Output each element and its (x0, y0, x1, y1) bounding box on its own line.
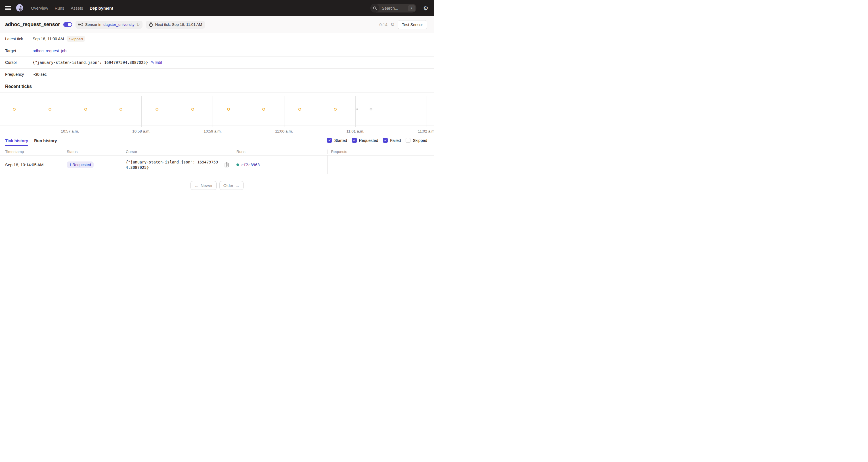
sensor-header: adhoc_request_sensor Sensor in dagster_u… (0, 16, 434, 33)
tick-history-table: Timestamp Status Cursor Runs Requests Se… (0, 148, 434, 174)
tick-timestamp: Sep 18, 10:14:05 AM (0, 155, 63, 174)
menu-icon[interactable] (5, 6, 11, 10)
dagster-logo-icon[interactable] (15, 4, 24, 12)
nav-item-overview[interactable]: Overview (31, 6, 48, 10)
detail-label: Cursor (0, 57, 29, 68)
recent-ticks-title: Recent ticks (0, 80, 434, 90)
filter-failed[interactable]: ✓Failed (383, 138, 401, 143)
filter-requested[interactable]: ✓Requested (352, 138, 378, 143)
detail-row-cursor: Cursor {"january-staten-island.json": 16… (0, 57, 434, 69)
pagination: ← Newer Older → (0, 181, 434, 190)
column-header-runs: Runs (233, 150, 327, 154)
checked-checkbox-icon[interactable]: ✓ (352, 138, 357, 143)
refresh-countdown: 0:14 (379, 23, 388, 27)
timeline-axis-label: 11:01 a.m. (347, 129, 365, 133)
older-button[interactable]: Older → (219, 181, 244, 190)
detail-row-target: Target adhoc_request_job (0, 45, 434, 57)
newer-button[interactable]: ← Newer (190, 181, 216, 190)
reload-location-icon[interactable]: ↻ (136, 23, 140, 27)
next-tick-marker (370, 108, 372, 111)
timeline-gridline (70, 96, 70, 127)
filter-label: Skipped (413, 138, 427, 143)
tick-marker-skipped[interactable] (120, 108, 122, 111)
filter-started[interactable]: ✓Started (327, 138, 347, 143)
tick-marker-skipped[interactable] (298, 108, 301, 111)
timeline-now-marker (356, 109, 358, 110)
tick-marker-skipped[interactable] (227, 108, 230, 111)
next-tick-chip: Next tick: Sep 18, 11:01 AM (146, 21, 205, 29)
history-bar: Tick history Run history ✓Started✓Reques… (0, 133, 434, 146)
tick-marker-skipped[interactable] (13, 108, 16, 111)
timeline-axis-label: 11:00 a.m. (275, 129, 293, 133)
target-job-link[interactable]: adhoc_request_job (33, 49, 66, 53)
run-status-dot (237, 163, 239, 166)
tick-marker-skipped[interactable] (156, 108, 158, 111)
checked-checkbox-icon[interactable]: ✓ (383, 138, 388, 143)
tick-cursor-value: {"january-staten-island.json": 169479759… (126, 159, 219, 170)
search-input[interactable] (382, 6, 404, 10)
sensor-icon (78, 23, 83, 26)
timeline-midline (0, 109, 357, 109)
tick-marker-skipped[interactable] (84, 108, 87, 111)
refresh-icon[interactable]: ↻ (391, 22, 395, 27)
latest-tick-time: Sep 18, 11:00 AM (33, 37, 64, 41)
arrow-left-icon: ← (194, 183, 199, 188)
search-shortcut-key: / (408, 5, 415, 11)
detail-label: Target (0, 45, 29, 57)
tick-marker-skipped[interactable] (191, 108, 194, 111)
search-bar[interactable]: / (370, 4, 416, 12)
timeline-axis (0, 125, 434, 125)
detail-label: Latest tick (0, 33, 29, 45)
nav-item-assets[interactable]: Assets (71, 6, 83, 10)
test-sensor-button[interactable]: Test Sensor (398, 20, 427, 29)
unchecked-checkbox-icon[interactable] (406, 138, 410, 143)
detail-label: Frequency (0, 69, 29, 80)
cursor-value: {"january-staten-island.json": 169479759… (33, 60, 148, 65)
table-row: Sep 18, 10:14:05 AM 1 Requested {"januar… (0, 155, 434, 174)
tab-tick-history[interactable]: Tick history (5, 136, 28, 146)
stopwatch-icon (149, 23, 153, 27)
column-header-timestamp: Timestamp (0, 150, 63, 154)
tick-marker-skipped[interactable] (262, 108, 265, 111)
arrow-right-icon: → (235, 183, 240, 188)
run-id-link[interactable]: cf2c8963 (241, 163, 260, 167)
gear-icon[interactable]: ⚙ (423, 5, 428, 11)
tab-run-history[interactable]: Run history (34, 136, 57, 146)
detail-row-latest-tick: Latest tick Sep 18, 11:00 AM Skipped (0, 33, 434, 45)
filter-skipped[interactable]: Skipped (406, 138, 427, 143)
code-location-link[interactable]: dagster_university (103, 23, 134, 27)
copy-icon[interactable] (224, 162, 229, 167)
filter-label: Requested (359, 138, 378, 143)
tick-marker-skipped[interactable] (49, 108, 51, 111)
timeline-axis-label: 10:57 a.m. (61, 129, 79, 133)
status-filters: ✓Started✓Requested✓FailedSkipped (327, 138, 427, 146)
history-tabs: Tick history Run history (5, 136, 57, 146)
column-header-requests: Requests (327, 150, 433, 154)
tick-status-badge[interactable]: 1 Requested (67, 161, 94, 168)
sensor-on-toggle[interactable] (63, 22, 72, 27)
tick-marker-skipped[interactable] (334, 108, 337, 111)
checked-checkbox-icon[interactable]: ✓ (327, 138, 332, 143)
timeline-gridline (213, 96, 213, 127)
frequency-value: ~30 sec (33, 72, 46, 76)
nav-item-runs[interactable]: Runs (55, 6, 64, 10)
detail-row-frequency: Frequency ~30 sec (0, 69, 434, 81)
edit-cursor-link[interactable]: ✎ Edit (151, 60, 162, 65)
top-nav: Overview Runs Assets Deployment / ⚙ (0, 0, 434, 16)
timeline-gridline (284, 96, 284, 127)
pencil-icon: ✎ (151, 60, 154, 65)
recent-ticks-timeline: 10:57 a.m.10:58 a.m.10:59 a.m.11:00 a.m.… (0, 92, 434, 133)
nav-links: Overview Runs Assets Deployment (31, 6, 113, 10)
column-header-cursor: Cursor (122, 150, 233, 154)
status-badge: Skipped (67, 36, 85, 42)
table-header-row: Timestamp Status Cursor Runs Requests (0, 148, 434, 155)
search-icon (370, 4, 379, 12)
nav-item-deployment[interactable]: Deployment (90, 6, 113, 10)
next-tick-text: Next tick: Sep 18, 11:01 AM (155, 23, 202, 27)
timeline-axis-label: 10:59 a.m. (204, 129, 222, 133)
sensor-details: Latest tick Sep 18, 11:00 AM Skipped Tar… (0, 33, 434, 80)
timeline-axis-label: 10:58 a.m. (132, 129, 150, 133)
sensor-location-chip: Sensor in dagster_university ↻ (75, 21, 143, 29)
sensor-page: Overview Runs Assets Deployment / ⚙ adho… (0, 0, 434, 231)
page-title: adhoc_request_sensor (5, 22, 60, 28)
